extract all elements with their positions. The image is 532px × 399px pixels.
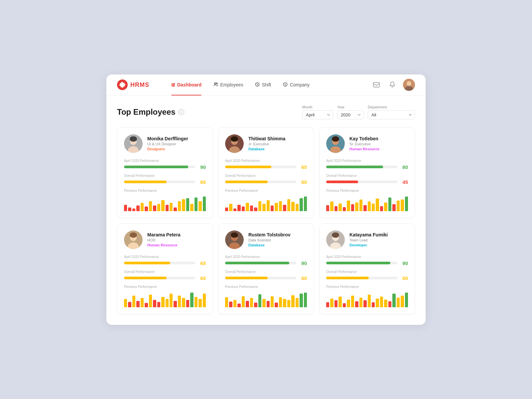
- overall-perf-label: Overall Performance: [326, 174, 408, 178]
- month-select[interactable]: April JanuaryFebruaryMarch MayJune: [302, 110, 333, 119]
- overall-bar-track: [225, 181, 296, 183]
- april-perf-label: April 2020 Performance: [326, 159, 408, 163]
- mini-bar: [242, 206, 245, 211]
- notification-button[interactable]: [387, 79, 398, 90]
- april-perf-label: April 2020 Performance: [124, 159, 206, 163]
- card-header: Kay Totleben Sr. Executive Human Resourc…: [326, 134, 408, 153]
- april-bar-track: [124, 166, 195, 168]
- svg-point-28: [231, 232, 238, 238]
- mini-bar: [174, 301, 177, 307]
- mini-bar: [397, 200, 400, 211]
- card-header: Rustem Tolstobrov Data Scientist Databas…: [225, 230, 307, 249]
- april-perf-section: April 2020 Performance 90: [225, 255, 307, 266]
- mini-bar: [275, 203, 278, 211]
- mail-button[interactable]: [371, 79, 382, 90]
- emp-name: Katayama Fumiki: [349, 232, 408, 237]
- nav-company-label: Company: [290, 82, 310, 87]
- mini-bar: [132, 208, 135, 211]
- year-label: Year: [337, 105, 364, 109]
- april-bar-track: [225, 166, 296, 168]
- mini-bar: [161, 200, 164, 211]
- overall-perf-label: Overall Performance: [124, 270, 206, 274]
- overall-bar-track: [225, 277, 296, 279]
- mini-bar: [334, 300, 337, 307]
- emp-role: Data Scientist: [248, 238, 307, 242]
- mini-bar: [275, 303, 278, 307]
- emp-avatar: [225, 134, 244, 153]
- mini-bar: [343, 207, 346, 211]
- mini-bar: [186, 198, 189, 211]
- shift-icon: [255, 82, 260, 88]
- mini-chart: [225, 291, 307, 307]
- mini-bar: [233, 208, 236, 211]
- mini-bar: [225, 207, 228, 211]
- year-select[interactable]: 202020192021: [337, 110, 364, 119]
- prev-perf-label: Pervious Performance: [326, 189, 408, 193]
- mini-bar: [343, 303, 346, 307]
- mini-chart: [326, 195, 408, 211]
- svg-point-16: [231, 136, 238, 142]
- emp-name: Thitiwat Shimma: [248, 136, 307, 141]
- mini-bar: [203, 294, 206, 307]
- mini-bar: [401, 200, 404, 211]
- emp-info: Monika Derfflinger UI & UX Designer Desi…: [147, 136, 206, 151]
- mini-bar: [246, 301, 249, 307]
- mini-bar: [199, 299, 201, 307]
- dept-select[interactable]: AllDesignersDatabase Human ResourceDevel…: [368, 110, 415, 119]
- emp-role: HOD: [147, 238, 206, 242]
- section-header: Top Employees i Month April JanuaryFebru…: [117, 105, 415, 119]
- mini-bar: [242, 296, 245, 307]
- mini-chart: [124, 291, 206, 307]
- card-header: Marama Petera HOD Human Resource: [124, 230, 206, 249]
- mini-bar: [145, 303, 148, 307]
- mini-bar: [229, 204, 232, 211]
- overall-score: 60: [299, 275, 307, 281]
- mini-bar: [157, 204, 160, 211]
- mini-bar: [190, 293, 193, 307]
- nav-company[interactable]: Company: [277, 74, 316, 96]
- mini-bar: [136, 205, 139, 211]
- emp-avatar: [326, 134, 345, 153]
- nav-employees[interactable]: Employees: [207, 74, 249, 96]
- mini-bar: [267, 301, 270, 307]
- section-title: Top Employees i: [117, 107, 184, 117]
- overall-perf-section: Overall Performance 60: [326, 270, 408, 281]
- info-icon[interactable]: i: [178, 109, 184, 115]
- overall-score: 45: [400, 179, 408, 185]
- card-header: Katayama Fumiki Team Lead Developer: [326, 230, 408, 249]
- mini-bar: [368, 295, 371, 307]
- mini-bar: [384, 202, 387, 211]
- prev-perf-label: Pervious Performance: [225, 189, 307, 193]
- mini-bar: [250, 298, 253, 307]
- emp-dept: Database: [248, 243, 307, 247]
- nav-shift[interactable]: Shift: [249, 74, 277, 96]
- april-bar-track: [326, 262, 397, 264]
- user-avatar[interactable]: [403, 79, 415, 91]
- april-perf-label: April 2020 Performance: [326, 255, 408, 259]
- employee-card: Kay Totleben Sr. Executive Human Resourc…: [319, 127, 415, 218]
- emp-role: UI & UX Designer: [147, 142, 206, 146]
- prev-perf-label: Pervious Performance: [124, 285, 206, 289]
- card-header: Monika Derfflinger UI & UX Designer Desi…: [124, 134, 206, 153]
- mini-bar: [351, 204, 354, 211]
- nav-dashboard-label: Dashboard: [177, 82, 201, 87]
- april-perf-label: April 2020 Performance: [225, 255, 307, 259]
- company-icon: [283, 82, 288, 88]
- mini-bar: [291, 295, 294, 307]
- nav-dashboard[interactable]: ⊞ Dashboard: [165, 74, 207, 96]
- april-perf-label: April 2020 Performance: [124, 255, 206, 259]
- mini-bar: [186, 300, 189, 307]
- april-score: 90: [299, 260, 307, 266]
- emp-avatar: [225, 230, 244, 249]
- overall-perf-label: Overall Performance: [225, 174, 307, 178]
- mini-bar: [380, 297, 383, 307]
- mini-bar: [166, 205, 169, 211]
- mini-bar: [388, 198, 391, 211]
- emp-dept: Database: [248, 147, 307, 151]
- overall-score: 60: [299, 179, 307, 185]
- mini-bar: [195, 198, 198, 211]
- april-bar-track: [225, 262, 296, 264]
- mini-bar: [291, 202, 294, 211]
- mini-bar: [132, 296, 135, 307]
- overall-perf-row: 60: [225, 179, 307, 185]
